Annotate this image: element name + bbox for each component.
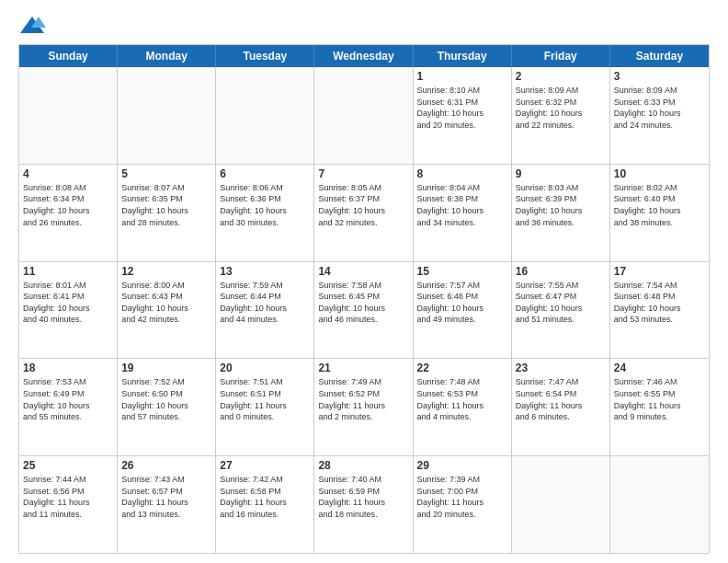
calendar-cell: 13Sunrise: 7:59 AM Sunset: 6:44 PM Dayli…	[216, 262, 314, 359]
cell-info: Sunrise: 8:06 AM Sunset: 6:36 PM Dayligh…	[220, 182, 310, 228]
cell-info: Sunrise: 8:08 AM Sunset: 6:34 PM Dayligh…	[23, 182, 113, 228]
day-number: 14	[318, 265, 408, 278]
calendar-header-cell: Saturday	[610, 45, 709, 67]
calendar-cell: 29Sunrise: 7:39 AM Sunset: 7:00 PM Dayli…	[414, 456, 512, 553]
day-number: 28	[318, 459, 408, 472]
cell-info: Sunrise: 7:43 AM Sunset: 6:57 PM Dayligh…	[121, 474, 211, 520]
day-number: 12	[121, 265, 211, 278]
cell-info: Sunrise: 7:52 AM Sunset: 6:50 PM Dayligh…	[121, 376, 211, 422]
calendar-cell: 2Sunrise: 8:09 AM Sunset: 6:32 PM Daylig…	[512, 67, 610, 164]
calendar-cell	[610, 456, 709, 553]
cell-info: Sunrise: 7:39 AM Sunset: 7:00 PM Dayligh…	[417, 474, 507, 520]
cell-info: Sunrise: 7:42 AM Sunset: 6:58 PM Dayligh…	[220, 474, 310, 520]
calendar: SundayMondayTuesdayWednesdayThursdayFrid…	[18, 44, 710, 554]
day-number: 5	[121, 167, 211, 180]
calendar-cell: 19Sunrise: 7:52 AM Sunset: 6:50 PM Dayli…	[118, 359, 216, 455]
calendar-cell: 21Sunrise: 7:49 AM Sunset: 6:52 PM Dayli…	[314, 359, 413, 455]
day-number: 23	[516, 362, 606, 374]
cell-info: Sunrise: 8:04 AM Sunset: 6:38 PM Dayligh…	[417, 182, 507, 228]
calendar-cell: 16Sunrise: 7:55 AM Sunset: 6:47 PM Dayli…	[512, 262, 610, 359]
logo-icon	[18, 15, 46, 35]
calendar-cell	[19, 67, 118, 164]
calendar-row: 1Sunrise: 8:10 AM Sunset: 6:31 PM Daylig…	[19, 67, 709, 165]
calendar-cell: 12Sunrise: 8:00 AM Sunset: 6:43 PM Dayli…	[118, 262, 216, 359]
calendar-cell: 7Sunrise: 8:05 AM Sunset: 6:37 PM Daylig…	[314, 165, 413, 261]
cell-info: Sunrise: 7:40 AM Sunset: 6:59 PM Dayligh…	[318, 474, 408, 520]
cell-info: Sunrise: 7:59 AM Sunset: 6:44 PM Dayligh…	[220, 280, 310, 326]
cell-info: Sunrise: 7:44 AM Sunset: 6:56 PM Dayligh…	[23, 474, 113, 520]
calendar-cell: 5Sunrise: 8:07 AM Sunset: 6:35 PM Daylig…	[118, 165, 216, 261]
calendar-cell: 9Sunrise: 8:03 AM Sunset: 6:39 PM Daylig…	[512, 165, 610, 261]
calendar-cell	[314, 67, 413, 164]
calendar-cell: 17Sunrise: 7:54 AM Sunset: 6:48 PM Dayli…	[610, 262, 709, 359]
calendar-cell: 24Sunrise: 7:46 AM Sunset: 6:55 PM Dayli…	[610, 359, 709, 455]
cell-info: Sunrise: 7:51 AM Sunset: 6:51 PM Dayligh…	[220, 376, 310, 422]
calendar-cell: 15Sunrise: 7:57 AM Sunset: 6:46 PM Dayli…	[414, 262, 512, 359]
day-number: 21	[318, 362, 408, 374]
calendar-body: 1Sunrise: 8:10 AM Sunset: 6:31 PM Daylig…	[19, 67, 709, 553]
calendar-row: 4Sunrise: 8:08 AM Sunset: 6:34 PM Daylig…	[19, 165, 709, 262]
calendar-cell	[118, 67, 216, 164]
day-number: 1	[417, 70, 507, 83]
calendar-cell: 23Sunrise: 7:47 AM Sunset: 6:54 PM Dayli…	[512, 359, 610, 455]
cell-info: Sunrise: 7:48 AM Sunset: 6:53 PM Dayligh…	[417, 376, 507, 422]
calendar-row: 25Sunrise: 7:44 AM Sunset: 6:56 PM Dayli…	[19, 456, 709, 553]
day-number: 17	[614, 265, 705, 278]
calendar-cell: 3Sunrise: 8:09 AM Sunset: 6:33 PM Daylig…	[610, 67, 709, 164]
calendar-cell: 18Sunrise: 7:53 AM Sunset: 6:49 PM Dayli…	[19, 359, 118, 455]
day-number: 15	[417, 265, 507, 278]
cell-info: Sunrise: 8:10 AM Sunset: 6:31 PM Dayligh…	[417, 85, 507, 131]
calendar-cell: 10Sunrise: 8:02 AM Sunset: 6:40 PM Dayli…	[610, 165, 709, 261]
calendar-cell: 6Sunrise: 8:06 AM Sunset: 6:36 PM Daylig…	[216, 165, 314, 261]
day-number: 10	[614, 167, 705, 180]
day-number: 7	[318, 167, 408, 180]
calendar-header: SundayMondayTuesdayWednesdayThursdayFrid…	[19, 45, 709, 67]
calendar-cell: 26Sunrise: 7:43 AM Sunset: 6:57 PM Dayli…	[118, 456, 216, 553]
cell-info: Sunrise: 7:55 AM Sunset: 6:47 PM Dayligh…	[516, 280, 606, 326]
calendar-header-cell: Wednesday	[314, 45, 413, 67]
day-number: 6	[220, 167, 310, 180]
logo	[18, 15, 50, 35]
cell-info: Sunrise: 7:57 AM Sunset: 6:46 PM Dayligh…	[417, 280, 507, 326]
cell-info: Sunrise: 7:53 AM Sunset: 6:49 PM Dayligh…	[23, 376, 113, 422]
cell-info: Sunrise: 7:47 AM Sunset: 6:54 PM Dayligh…	[516, 376, 606, 422]
cell-info: Sunrise: 7:49 AM Sunset: 6:52 PM Dayligh…	[318, 376, 408, 422]
calendar-header-cell: Sunday	[19, 45, 118, 67]
cell-info: Sunrise: 8:00 AM Sunset: 6:43 PM Dayligh…	[121, 280, 211, 326]
calendar-cell	[512, 456, 610, 553]
cell-info: Sunrise: 8:02 AM Sunset: 6:40 PM Dayligh…	[614, 182, 705, 228]
day-number: 2	[516, 70, 606, 83]
calendar-cell: 25Sunrise: 7:44 AM Sunset: 6:56 PM Dayli…	[19, 456, 118, 553]
day-number: 13	[220, 265, 310, 278]
cell-info: Sunrise: 7:46 AM Sunset: 6:55 PM Dayligh…	[614, 376, 705, 422]
cell-info: Sunrise: 8:09 AM Sunset: 6:33 PM Dayligh…	[614, 85, 705, 131]
calendar-cell: 20Sunrise: 7:51 AM Sunset: 6:51 PM Dayli…	[216, 359, 314, 455]
day-number: 8	[417, 167, 507, 180]
calendar-header-cell: Tuesday	[216, 45, 314, 67]
calendar-cell: 14Sunrise: 7:58 AM Sunset: 6:45 PM Dayli…	[314, 262, 413, 359]
calendar-header-cell: Thursday	[414, 45, 512, 67]
cell-info: Sunrise: 8:07 AM Sunset: 6:35 PM Dayligh…	[121, 182, 211, 228]
day-number: 19	[121, 362, 211, 374]
calendar-row: 18Sunrise: 7:53 AM Sunset: 6:49 PM Dayli…	[19, 359, 709, 456]
cell-info: Sunrise: 8:09 AM Sunset: 6:32 PM Dayligh…	[516, 85, 606, 131]
day-number: 3	[614, 70, 705, 83]
calendar-cell: 22Sunrise: 7:48 AM Sunset: 6:53 PM Dayli…	[414, 359, 512, 455]
calendar-cell: 28Sunrise: 7:40 AM Sunset: 6:59 PM Dayli…	[314, 456, 413, 553]
header	[18, 15, 710, 35]
calendar-header-cell: Friday	[512, 45, 610, 67]
day-number: 20	[220, 362, 310, 374]
day-number: 9	[516, 167, 606, 180]
day-number: 27	[220, 459, 310, 472]
calendar-row: 11Sunrise: 8:01 AM Sunset: 6:41 PM Dayli…	[19, 262, 709, 360]
calendar-cell: 1Sunrise: 8:10 AM Sunset: 6:31 PM Daylig…	[414, 67, 512, 164]
day-number: 26	[121, 459, 211, 472]
cell-info: Sunrise: 7:54 AM Sunset: 6:48 PM Dayligh…	[614, 280, 705, 326]
calendar-cell	[216, 67, 314, 164]
calendar-cell: 11Sunrise: 8:01 AM Sunset: 6:41 PM Dayli…	[19, 262, 118, 359]
day-number: 22	[417, 362, 507, 374]
cell-info: Sunrise: 8:05 AM Sunset: 6:37 PM Dayligh…	[318, 182, 408, 228]
calendar-header-cell: Monday	[118, 45, 216, 67]
day-number: 18	[23, 362, 113, 374]
day-number: 11	[23, 265, 113, 278]
